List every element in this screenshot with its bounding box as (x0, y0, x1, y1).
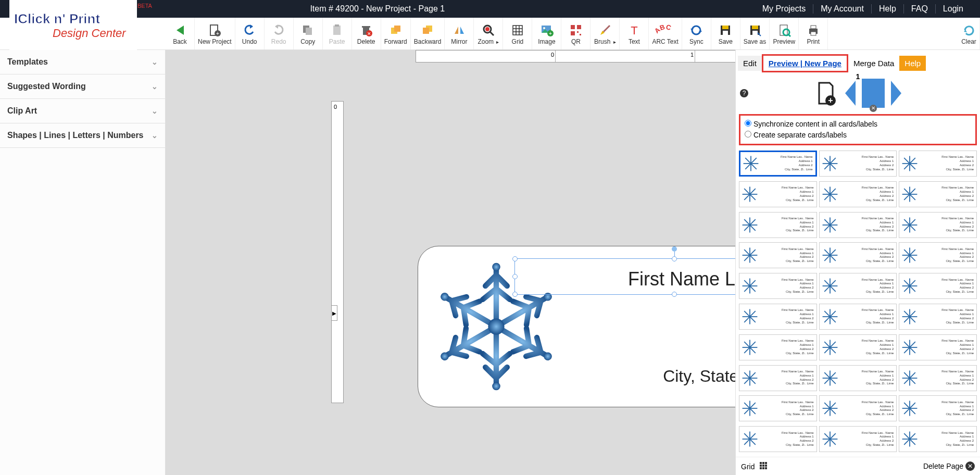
tab-edit[interactable]: Edit (738, 56, 762, 71)
preview-button[interactable]: Preview (770, 18, 799, 49)
delete-button[interactable]: ✕Delete (352, 18, 381, 49)
label-thumb[interactable]: First Name Las.. NameAddress 1Address 2C… (739, 242, 817, 268)
label-thumb[interactable]: First Name Las.. NameAddress 1Address 2C… (899, 181, 977, 207)
label-thumb[interactable]: First Name Las.. NameAddress 1Address 2C… (819, 151, 897, 177)
label-thumb[interactable]: First Name Las.. NameAddress 1Address 2C… (739, 334, 817, 360)
canvas[interactable]: 0 1 2 0 ▶ (166, 50, 735, 475)
sidebar-section-0[interactable]: Templates⌄ (0, 50, 165, 74)
new-project-button[interactable]: +New Project (195, 18, 235, 49)
label-thumb[interactable]: First Name Las.. NameAddress 1Address 2C… (739, 395, 817, 421)
prev-page-arrow[interactable] (845, 81, 856, 106)
radio-separate[interactable]: Create separate cards/labels (745, 130, 971, 141)
undo-button[interactable]: Undo (235, 18, 265, 49)
copy-button[interactable]: Copy (294, 18, 323, 49)
back-button[interactable]: Back (166, 18, 195, 49)
back-icon (173, 22, 187, 38)
label-thumb[interactable]: First Name Las.. NameAddress 1Address 2C… (819, 304, 897, 330)
save-as-button[interactable]: Save as (740, 18, 770, 49)
save-button[interactable]: Save (711, 18, 740, 49)
label-thumb[interactable]: First Name Las.. NameAddress 1Address 2C… (899, 426, 977, 452)
thumb-text: First Name Las.. NameAddress 1Address 2C… (919, 308, 975, 324)
sidebar-expand-handle[interactable]: ▶ (331, 305, 337, 321)
nav-login[interactable]: Login (935, 4, 971, 14)
nav-my-account[interactable]: My Account (813, 4, 871, 14)
label-thumb[interactable]: First Name Las.. NameAddress 1Address 2C… (899, 273, 977, 299)
card-line-2[interactable]: Address 1 (564, 297, 735, 329)
thumb-text: First Name Las.. NameAddress 1Address 2C… (759, 370, 815, 386)
label-thumb[interactable]: First Name Las.. NameAddress 1Address 2C… (819, 334, 897, 360)
toolbar-label: Copy (300, 38, 315, 45)
mirror-button[interactable]: Mirror (445, 18, 474, 49)
redo-button[interactable]: Redo (265, 18, 294, 49)
resize-handle-n[interactable] (672, 256, 677, 261)
nav-faq[interactable]: FAQ (903, 4, 935, 14)
resize-handle-nw[interactable] (512, 256, 518, 261)
radio-sync-all[interactable]: Synchronize content in all cards/labels (745, 119, 971, 130)
print-button[interactable]: Print (799, 18, 828, 49)
label-thumb[interactable]: First Name Las.. NameAddress 1Address 2C… (819, 181, 897, 207)
label-thumb[interactable]: First Name Las.. NameAddress 1Address 2C… (739, 151, 817, 177)
paste-button[interactable]: Paste (323, 18, 352, 49)
thumb-text: First Name Las.. NameAddress 1Address 2C… (919, 339, 975, 355)
grid-button[interactable]: Grid (503, 18, 532, 49)
clear-button[interactable]: Clear (958, 18, 980, 49)
sidebar-section-3[interactable]: Shapes | Lines | Letters | Numbers⌄ (0, 123, 165, 148)
arc-text-button[interactable]: ABCARC Text (649, 18, 682, 49)
resize-handle-sw[interactable] (512, 292, 518, 297)
selection-box[interactable] (514, 258, 735, 295)
zoom-button[interactable]: Zoom ▸ (474, 18, 503, 49)
next-page-arrow[interactable] (891, 81, 901, 106)
resize-handle-w[interactable] (512, 274, 518, 279)
sidebar-section-1[interactable]: Suggested Wording⌄ (0, 74, 165, 99)
label-thumb[interactable]: First Name Las.. NameAddress 1Address 2C… (819, 273, 897, 299)
nav-help[interactable]: Help (871, 4, 903, 14)
resize-handle-s[interactable] (672, 292, 677, 297)
tab-preview-new-page[interactable]: Preview | New Page (763, 56, 847, 71)
label-thumb[interactable]: First Name Las.. NameAddress 1Address 2C… (819, 212, 897, 238)
svg-rect-174 (760, 467, 762, 469)
label-thumb[interactable]: First Name Las.. NameAddress 1Address 2C… (819, 395, 897, 421)
label-thumb[interactable]: First Name Las.. NameAddress 1Address 2C… (899, 304, 977, 330)
label-thumb[interactable]: First Name Las.. NameAddress 1Address 2C… (739, 365, 817, 391)
label-thumb[interactable]: First Name Las.. NameAddress 1Address 2C… (899, 242, 977, 268)
label-thumb[interactable]: First Name Las.. NameAddress 1Address 2C… (739, 181, 817, 207)
label-thumb[interactable]: First Name Las.. NameAddress 1Address 2C… (899, 151, 977, 177)
image-button[interactable]: +Image (532, 18, 561, 49)
label-thumb[interactable]: First Name Las.. NameAddress 1Address 2C… (899, 334, 977, 360)
sidebar-section-2[interactable]: Clip Art⌄ (0, 99, 165, 123)
label-thumb[interactable]: First Name Las.. NameAddress 1Address 2C… (739, 212, 817, 238)
label-thumb[interactable]: First Name Las.. NameAddress 1Address 2C… (739, 304, 817, 330)
svg-rect-37 (752, 31, 758, 35)
delete-page-button[interactable]: Delete Page ✕ (923, 461, 975, 471)
label-thumb[interactable]: First Name Las.. NameAddress 1Address 2C… (739, 273, 817, 299)
brush-button[interactable]: Brush ▸ (590, 18, 620, 49)
logo[interactable]: IClick n' Print Design Center (9, 0, 137, 50)
tab-merge-data[interactable]: Merge Data (848, 56, 899, 71)
rotate-handle[interactable] (672, 246, 677, 252)
label-thumb[interactable]: First Name Las.. NameAddress 1Address 2C… (819, 242, 897, 268)
nav-my-projects[interactable]: My Projects (755, 4, 813, 14)
label-thumb[interactable]: First Name Las.. NameAddress 1Address 2C… (819, 365, 897, 391)
delete-page-icon[interactable]: ✕ (870, 105, 877, 112)
card-line-3[interactable]: Address 2 (564, 329, 735, 360)
qr-button[interactable]: QR (561, 18, 590, 49)
backward-button[interactable]: Backward (411, 18, 445, 49)
label-thumb[interactable]: First Name Las.. NameAddress 1Address 2C… (739, 426, 817, 452)
sync-button[interactable]: Sync (682, 18, 711, 49)
label-thumb[interactable]: First Name Las.. NameAddress 1Address 2C… (819, 426, 897, 452)
add-page-button[interactable]: + (815, 81, 837, 106)
svg-rect-6 (306, 28, 312, 35)
ruler-tick: 0 (551, 52, 554, 58)
page-thumbnail[interactable]: ✕ (862, 79, 885, 108)
help-icon[interactable]: ? (740, 89, 748, 97)
ruler-tick: 1 (690, 52, 694, 58)
label-thumb[interactable]: First Name Las.. NameAddress 1Address 2C… (899, 212, 977, 238)
forward-button[interactable]: Forward (381, 18, 411, 49)
grid-toggle[interactable]: Grid (741, 462, 767, 471)
label-thumb[interactable]: First Name Las.. NameAddress 1Address 2C… (899, 395, 977, 421)
tab-help[interactable]: Help (899, 56, 926, 71)
text-button[interactable]: TText (620, 18, 649, 49)
svg-rect-27 (577, 31, 579, 33)
label-thumb[interactable]: First Name Las.. NameAddress 1Address 2C… (899, 365, 977, 391)
card-line-4[interactable]: City, State, Zip Code (564, 360, 735, 392)
